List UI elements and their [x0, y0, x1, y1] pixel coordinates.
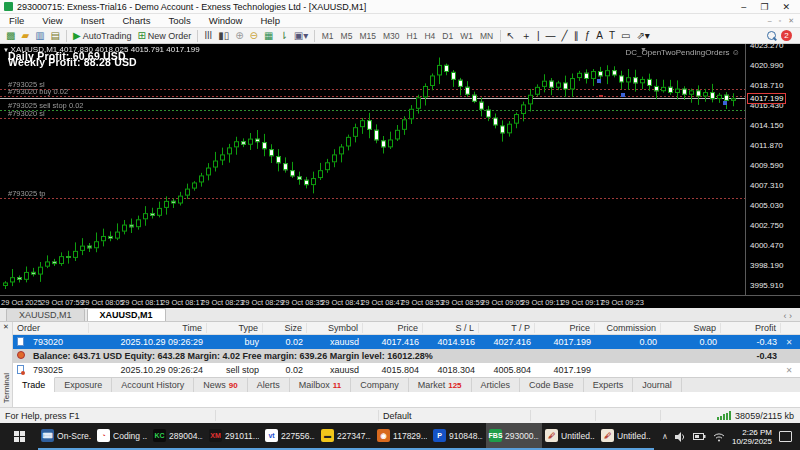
terminal-tab-experts[interactable]: Experts	[584, 378, 634, 392]
timeframe-d1[interactable]: D1	[439, 31, 457, 41]
terminal-tab-journal[interactable]: Journal	[633, 378, 682, 392]
zoom-out-icon[interactable]: ⊖	[247, 29, 261, 43]
taskbar-item[interactable]: ▬227347...	[318, 423, 374, 450]
taskbar-item[interactable]: 🖌Untitled...	[542, 423, 598, 450]
shapes-icon[interactable]: ▭	[618, 29, 633, 43]
taskbar-item[interactable]: P910848...	[430, 423, 486, 450]
menu-insert[interactable]: Insert	[72, 15, 114, 26]
terminal-tab-articles[interactable]: Articles	[472, 378, 521, 392]
channel-icon[interactable]: ∥	[571, 29, 582, 43]
text-label-icon[interactable]: T	[606, 29, 618, 43]
terminal-close-icon[interactable]: ✕	[3, 322, 9, 331]
bar-chart-icon[interactable]: ǀǀǀ	[201, 29, 215, 43]
tile-windows-icon[interactable]: ▦	[261, 29, 276, 43]
fibonacci-icon[interactable]: ƒ	[582, 29, 594, 43]
taskbar-item[interactable]: vt227556...	[262, 423, 318, 450]
taskbar-item[interactable]: ⌨On-Scre...	[38, 423, 94, 450]
arrows-icon[interactable]: ⇗▾	[633, 29, 652, 43]
minimize-button[interactable]: –	[741, 2, 746, 12]
column-header[interactable]: Time	[89, 323, 207, 333]
timeframe-m1[interactable]: M1	[318, 31, 337, 41]
vertical-line-icon[interactable]: |	[534, 29, 543, 43]
text-icon[interactable]: A	[593, 29, 606, 43]
order-row[interactable]: 7930252025.10.29 09:26:24sell stop0.02xa…	[13, 363, 800, 377]
taskbar-item[interactable]: ◔Coding ...	[94, 423, 150, 450]
child-close-button[interactable]: ✕	[788, 17, 794, 25]
network-icon[interactable]	[713, 432, 725, 442]
taskbar-item[interactable]: XM291011...	[206, 423, 262, 450]
chart-object-triangle-icon[interactable]: ▼	[640, 46, 647, 53]
column-header[interactable]: Price	[535, 323, 595, 333]
action-center-icon[interactable]	[779, 431, 792, 442]
child-restore-button[interactable]: ▫	[779, 17, 781, 25]
status-profile[interactable]: Default	[383, 411, 412, 421]
tab-scroll-arrows[interactable]: ‹ ›	[784, 311, 800, 321]
column-header[interactable]: Commission	[595, 323, 661, 333]
candlestick-canvas[interactable]	[0, 44, 745, 295]
column-header[interactable]: Swap	[661, 323, 721, 333]
taskbar-item[interactable]: FBS293000...	[486, 423, 542, 450]
timeframe-mn[interactable]: MN	[476, 31, 496, 41]
menu-file[interactable]: File	[0, 15, 33, 26]
battery-icon[interactable]	[693, 432, 706, 441]
maximize-button[interactable]: ❐	[760, 2, 768, 12]
terminal-tab-alerts[interactable]: Alerts	[248, 378, 290, 392]
autotrading-button[interactable]: ▶ AutoTrading	[70, 29, 134, 43]
timeframe-w1[interactable]: W1	[457, 31, 477, 41]
timeframe-h1[interactable]: H1	[403, 31, 421, 41]
menu-help[interactable]: Help	[251, 15, 289, 26]
taskbar-item[interactable]: KC289004...	[150, 423, 206, 450]
taskbar-item[interactable]: 🖌Untitled...	[598, 423, 654, 450]
hidden-icons-chevron[interactable]: ∧	[662, 432, 668, 441]
search-icon[interactable]	[767, 31, 777, 41]
chart-tab[interactable]: XAUUSD,M1	[87, 308, 166, 321]
templates-icon[interactable]: ▣▾	[291, 29, 311, 43]
zoom-in-icon[interactable]: ⊕	[232, 29, 246, 43]
new-order-button[interactable]: ⊞ New Order	[134, 29, 194, 43]
order-row[interactable]: 7930202025.10.29 09:26:29buy0.02xauusd40…	[13, 335, 800, 349]
cursor-icon[interactable]: ↖	[504, 29, 518, 43]
terminal-tab-mailbox[interactable]: Mailbox11	[290, 378, 351, 392]
terminal-tab-news[interactable]: News90	[194, 378, 247, 392]
column-header[interactable]: Symbol	[307, 323, 363, 333]
crosshair-icon[interactable]: ＋	[518, 29, 534, 43]
menu-view[interactable]: View	[33, 15, 71, 26]
terminal-tab-company[interactable]: Company	[351, 378, 409, 392]
terminal-tab-exposure[interactable]: Exposure	[55, 378, 112, 392]
close-order-icon[interactable]: ✕	[781, 366, 797, 375]
column-header-order[interactable]: Order	[13, 323, 89, 333]
timeframe-m30[interactable]: M30	[379, 31, 403, 41]
column-header[interactable]: Size	[263, 323, 307, 333]
new-chart-icon[interactable]: ▩	[3, 29, 18, 43]
speaker-icon[interactable]	[675, 432, 686, 442]
trendline-icon[interactable]: ╱	[559, 29, 571, 43]
column-header[interactable]: Profit	[721, 323, 781, 333]
horizontal-line-icon[interactable]: —	[543, 29, 559, 43]
menu-window[interactable]: Window	[200, 15, 252, 26]
terminal-tab-trade[interactable]: Trade	[13, 377, 55, 392]
menu-charts[interactable]: Charts	[114, 15, 160, 26]
terminal-tab-code-base[interactable]: Code Base	[520, 378, 584, 392]
navigator-icon[interactable]: ▤	[48, 29, 63, 43]
close-button[interactable]: ✕	[782, 2, 790, 12]
timeframe-m15[interactable]: M15	[356, 31, 380, 41]
notification-badge[interactable]: 2	[781, 30, 792, 41]
taskbar-item[interactable]: ◉117829...	[374, 423, 430, 450]
market-watch-icon[interactable]: ▥	[32, 29, 47, 43]
chart-tab[interactable]: XAUUSD,M1	[6, 308, 85, 321]
timeframe-m5[interactable]: M5	[337, 31, 356, 41]
column-header[interactable]: S / L	[423, 323, 479, 333]
menu-tools[interactable]: Tools	[159, 15, 199, 26]
terminal-tab-account-history[interactable]: Account History	[112, 378, 194, 392]
child-minimize-button[interactable]: ‒	[768, 17, 772, 25]
timeframe-h4[interactable]: H4	[421, 31, 439, 41]
chart-area[interactable]: ▼ XAUUSD,M1 4017.830 4018.025 4015.791 4…	[0, 44, 800, 308]
candlestick-icon[interactable]: ▮▯	[215, 29, 232, 43]
close-order-icon[interactable]: ✕	[781, 338, 797, 347]
column-header[interactable]: Type	[207, 323, 263, 333]
start-button[interactable]	[0, 423, 38, 450]
indicators-icon[interactable]: ⇂	[276, 29, 290, 43]
tray-clock[interactable]: 2:26 PM 10/29/2025	[732, 428, 772, 446]
terminal-tab-market[interactable]: Market125	[409, 378, 472, 392]
profiles-icon[interactable]: ▰	[18, 29, 32, 43]
